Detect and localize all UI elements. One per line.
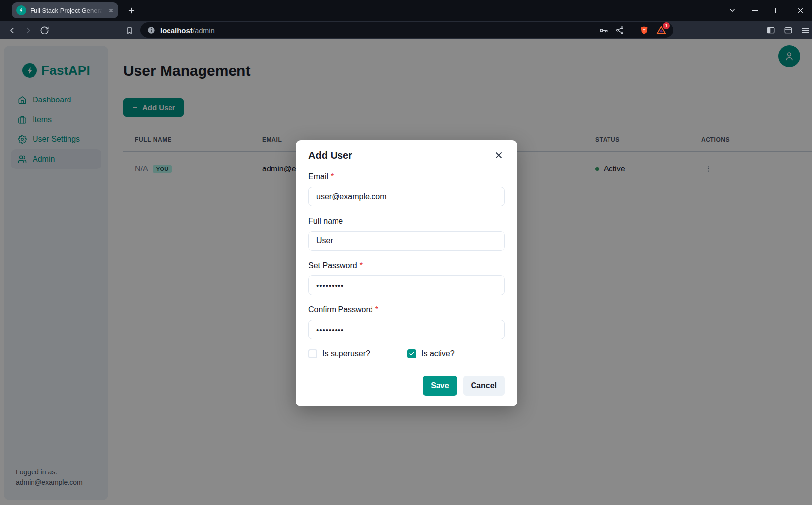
site-info-icon[interactable] bbox=[147, 26, 155, 34]
reload-button[interactable] bbox=[37, 21, 51, 39]
fastapi-favicon-icon bbox=[16, 5, 26, 15]
add-user-form: Email* Full name Set Password* Confirm P… bbox=[308, 172, 505, 396]
save-button[interactable]: Save bbox=[423, 376, 457, 396]
tab-bar: Full Stack Project Genera bbox=[0, 0, 812, 21]
window-minimize-button[interactable] bbox=[751, 6, 759, 14]
is-active-checkbox[interactable]: Is active? bbox=[407, 349, 455, 358]
set-password-field[interactable] bbox=[308, 275, 505, 295]
menu-button[interactable] bbox=[798, 21, 812, 39]
check-icon bbox=[409, 351, 415, 357]
url-path: /admin bbox=[193, 26, 215, 34]
toolbar-separator bbox=[632, 26, 632, 34]
window-controls bbox=[728, 0, 804, 21]
window-chevron-down-icon[interactable] bbox=[728, 6, 736, 14]
page-viewport: FastAPI Dashboard Items User Settings Ad… bbox=[0, 39, 812, 505]
brave-rewards-icon[interactable]: 1 bbox=[656, 25, 666, 35]
url-bar[interactable]: localhost/admin 1 bbox=[140, 22, 673, 38]
notification-badge: 1 bbox=[663, 22, 670, 29]
tab-close-icon[interactable] bbox=[108, 8, 114, 13]
wallet-button[interactable] bbox=[781, 21, 795, 39]
brave-shield-icon[interactable] bbox=[640, 26, 649, 35]
modal-actions: Save Cancel bbox=[308, 376, 505, 396]
forward-button[interactable] bbox=[21, 21, 35, 39]
url-host: localhost bbox=[160, 26, 193, 34]
browser-tab[interactable]: Full Stack Project Genera bbox=[12, 2, 118, 18]
modal-close-button[interactable] bbox=[493, 149, 505, 161]
cancel-button[interactable]: Cancel bbox=[463, 376, 505, 396]
required-asterisk: * bbox=[375, 305, 378, 314]
email-field[interactable] bbox=[308, 187, 505, 206]
modal-header: Add User bbox=[308, 140, 505, 162]
share-icon[interactable] bbox=[615, 26, 624, 34]
modal-title: Add User bbox=[308, 148, 352, 162]
bookmark-icon[interactable] bbox=[122, 21, 136, 39]
close-icon bbox=[494, 150, 504, 160]
email-label: Email* bbox=[308, 172, 505, 181]
browser-toolbar: localhost/admin 1 bbox=[0, 21, 812, 39]
key-icon[interactable] bbox=[599, 26, 608, 35]
is-active-label: Is active? bbox=[421, 349, 455, 358]
checkbox-row: Is superuser? Is active? bbox=[308, 349, 505, 358]
checkbox-checked-icon[interactable] bbox=[407, 349, 416, 358]
confirm-password-label: Confirm Password* bbox=[308, 305, 505, 314]
url-text: localhost/admin bbox=[160, 26, 215, 34]
new-tab-button[interactable] bbox=[127, 6, 135, 15]
required-asterisk: * bbox=[331, 172, 334, 181]
window-close-button[interactable] bbox=[796, 6, 804, 14]
window-maximize-button[interactable] bbox=[774, 6, 781, 14]
is-superuser-checkbox[interactable]: Is superuser? bbox=[308, 349, 407, 358]
confirm-password-field[interactable] bbox=[308, 320, 505, 339]
sidebar-toggle-button[interactable] bbox=[764, 21, 778, 39]
full-name-label: Full name bbox=[308, 216, 505, 226]
set-password-label: Set Password* bbox=[308, 261, 505, 270]
back-button[interactable] bbox=[5, 21, 19, 39]
tab-title: Full Stack Project Genera bbox=[30, 7, 104, 14]
add-user-modal: Add User Email* Full name Set Password* … bbox=[296, 140, 517, 406]
is-superuser-label: Is superuser? bbox=[322, 349, 370, 358]
required-asterisk: * bbox=[360, 261, 363, 269]
full-name-field[interactable] bbox=[308, 231, 505, 251]
checkbox-unchecked-icon[interactable] bbox=[308, 349, 317, 358]
